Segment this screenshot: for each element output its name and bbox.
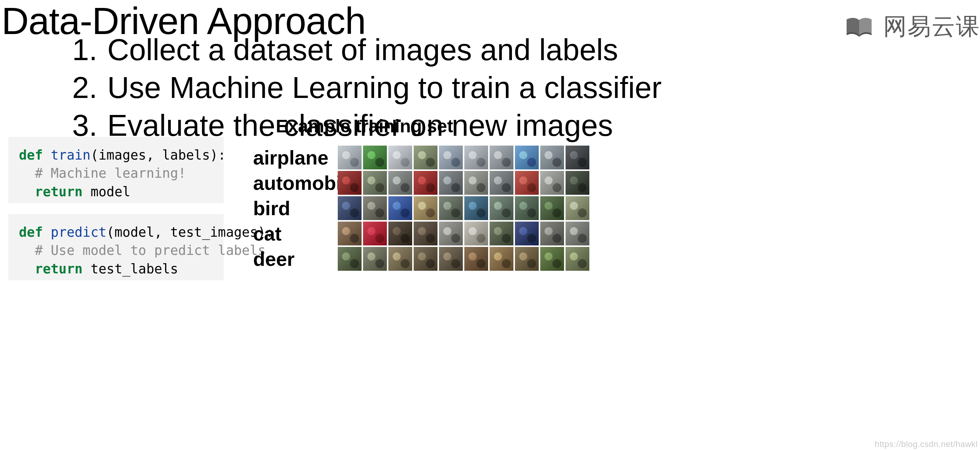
thumbnail: [363, 145, 387, 169]
keyword-return: return: [35, 261, 82, 276]
args-predict: (model, test_images):: [107, 225, 274, 240]
class-label-deer: deer: [253, 248, 337, 270]
brand-watermark: 网易云课: [845, 11, 980, 42]
thumbnail: [414, 222, 438, 246]
thumbnail: [515, 247, 539, 271]
footer-watermark: https://blog.csdn.net/hawkl: [875, 439, 978, 449]
thumbnail: [439, 247, 463, 271]
thumbnail: [388, 145, 412, 169]
thumbnail: [540, 247, 564, 271]
thumbnail: [540, 171, 564, 195]
thumbnail: [338, 196, 361, 220]
thumbnail: [464, 145, 488, 169]
keyword-def: def: [19, 147, 43, 163]
thumbnail: [566, 171, 589, 195]
thumbnail: [414, 171, 438, 195]
fn-train: train: [51, 147, 90, 163]
comment-predict: # Use model to predict labels: [35, 243, 266, 258]
keyword-return: return: [35, 184, 82, 199]
args-train: (images, labels):: [91, 147, 226, 163]
thumbnail: [363, 222, 387, 246]
thumbnail: [439, 145, 463, 169]
thumbnail: [515, 196, 539, 220]
class-label-automobile: automobile: [253, 172, 337, 195]
thumbnail: [439, 171, 463, 195]
thumbnail: [414, 247, 438, 271]
thumbnail: [388, 222, 412, 246]
step-1: Collect a dataset of images and labels: [106, 31, 662, 69]
thumbnail: [540, 196, 564, 220]
thumbnail: [464, 247, 488, 271]
thumbnail: [464, 196, 488, 220]
thumbnail: [490, 171, 514, 195]
thumbnail: [490, 222, 514, 246]
keyword-def: def: [19, 225, 43, 240]
thumbnail: [414, 145, 438, 169]
thumbnail: [464, 171, 488, 195]
step-2: Use Machine Learning to train a classifi…: [106, 69, 662, 107]
thumbnail: [566, 196, 589, 220]
comment-train: # Machine learning!: [35, 166, 186, 181]
thumbnail: [566, 145, 589, 169]
thumbnail: [515, 171, 539, 195]
thumbnail: [566, 247, 589, 271]
thumbnail: [363, 196, 387, 220]
thumbnail: [388, 247, 412, 271]
book-icon: [845, 16, 873, 37]
thumbnail: [566, 222, 589, 246]
return-train: model: [91, 184, 130, 199]
code-predict-block: def predict(model, test_images): # Use m…: [8, 214, 224, 280]
grid-row-cat: cat: [253, 221, 590, 246]
thumbnail: [363, 171, 387, 195]
thumbnail: [490, 196, 514, 220]
thumbnail: [490, 145, 514, 169]
thumbnail: [439, 222, 463, 246]
thumbnail: [338, 145, 361, 169]
return-predict: test_labels: [91, 261, 178, 276]
brand-text: 网易云课: [883, 11, 980, 42]
thumbnail: [414, 196, 438, 220]
fn-predict: predict: [51, 225, 107, 240]
thumbnail: [388, 171, 412, 195]
class-label-airplane: airplane: [253, 146, 337, 169]
grid-row-deer: deer: [253, 246, 590, 271]
thumbnail: [490, 247, 514, 271]
grid-row-automobile: automobile: [253, 170, 590, 196]
thumbnail: [338, 222, 361, 246]
code-train-block: def train(images, labels): # Machine lea…: [8, 137, 224, 203]
grid-row-airplane: airplane: [253, 145, 590, 170]
thumbnail: [540, 222, 564, 246]
thumbnail: [515, 145, 539, 169]
thumbnail: [338, 171, 361, 195]
thumbnail: [540, 145, 564, 169]
example-training-set-heading: Example training set: [276, 116, 453, 137]
thumbnail: [363, 247, 387, 271]
class-label-cat: cat: [253, 222, 337, 245]
thumbnail: [464, 222, 488, 246]
thumbnail: [338, 247, 361, 271]
class-label-bird: bird: [253, 197, 337, 220]
thumbnail: [388, 196, 412, 220]
training-set-grid: airplane automobile bird cat deer: [253, 145, 590, 271]
thumbnail: [515, 222, 539, 246]
grid-row-bird: bird: [253, 196, 590, 221]
thumbnail: [439, 196, 463, 220]
